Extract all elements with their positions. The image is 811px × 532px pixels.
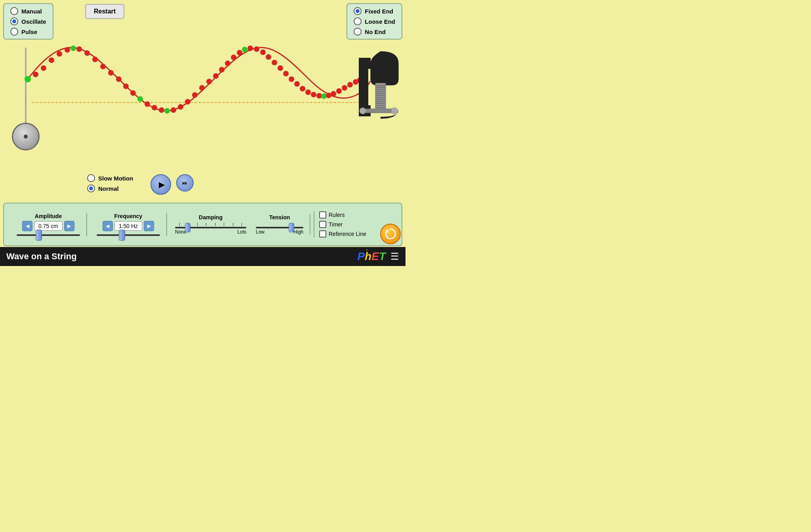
svg-point-44 [321, 93, 327, 99]
svg-point-26 [219, 67, 225, 72]
svg-rect-59 [375, 93, 386, 94]
svg-point-33 [260, 49, 266, 55]
normal-label: Normal [98, 185, 119, 192]
timer-label: Timer [329, 221, 343, 228]
svg-point-36 [278, 65, 283, 71]
normal-radio[interactable] [87, 184, 95, 192]
svg-point-23 [199, 85, 205, 91]
svg-point-7 [84, 50, 90, 56]
svg-rect-64 [375, 103, 386, 104]
reference-line-option[interactable]: Reference Line [319, 230, 366, 238]
svg-point-20 [178, 104, 183, 110]
svg-point-0 [33, 72, 38, 77]
tension-slider-thumb[interactable] [289, 223, 294, 232]
svg-point-19 [171, 107, 176, 113]
svg-point-1 [41, 65, 46, 71]
damping-none-label: None [175, 229, 187, 235]
svg-point-10 [108, 70, 114, 76]
phet-t: T [379, 250, 386, 262]
svg-point-6 [76, 46, 82, 52]
svg-point-28 [231, 55, 236, 60]
svg-point-42 [311, 92, 316, 97]
reset-icon [384, 228, 397, 240]
amplitude-decrease-button[interactable]: ◀ [22, 221, 32, 231]
wave-display [24, 40, 380, 119]
svg-rect-67 [363, 109, 394, 113]
svg-rect-60 [375, 95, 386, 96]
svg-rect-57 [375, 89, 386, 90]
frequency-label: Frequency [114, 213, 143, 219]
timer-option[interactable]: Timer [319, 221, 366, 228]
svg-point-11 [116, 76, 122, 82]
svg-point-40 [300, 86, 305, 91]
svg-point-41 [305, 89, 311, 95]
frequency-value: 1.50 Hz [114, 221, 142, 231]
damping-lots-label: Lots [237, 229, 246, 235]
amplitude-section: Amplitude ◀ 0.75 cm ▶ [10, 213, 87, 236]
slow-motion-radio[interactable] [87, 174, 95, 182]
extras-section: Rulers Timer Reference Line [314, 211, 371, 238]
svg-point-2 [49, 57, 54, 63]
phet-h: h↑ [365, 250, 371, 262]
svg-rect-62 [375, 99, 386, 100]
slow-motion-label: Slow Motion [98, 175, 133, 182]
svg-point-22 [192, 92, 198, 98]
timer-checkbox[interactable] [319, 221, 326, 228]
rulers-checkbox[interactable] [319, 211, 326, 218]
damping-slider-track [175, 227, 246, 228]
tension-section: Tension Low High [251, 214, 310, 235]
rulers-option[interactable]: Rulers [319, 211, 366, 218]
svg-point-38 [289, 76, 294, 82]
svg-point-5 [70, 46, 76, 51]
svg-point-53 [25, 76, 31, 82]
slow-motion-option[interactable]: Slow Motion [87, 174, 133, 182]
rulers-label: Rulers [329, 212, 345, 218]
svg-point-24 [206, 79, 212, 84]
amplitude-increase-button[interactable]: ▶ [64, 221, 74, 231]
frequency-section: Frequency ◀ 1.50 Hz ▶ [90, 213, 167, 236]
svg-point-45 [326, 93, 331, 98]
amplitude-slider-thumb[interactable] [36, 230, 42, 241]
svg-point-30 [242, 47, 247, 52]
amplitude-slider-track [17, 234, 80, 236]
tension-label: Tension [269, 214, 290, 220]
step-icon: ⏭ [182, 180, 188, 186]
svg-point-47 [336, 88, 342, 94]
svg-rect-66 [375, 107, 386, 108]
play-button[interactable]: ▶ [150, 174, 171, 195]
svg-point-9 [100, 64, 106, 69]
reset-button[interactable] [380, 224, 401, 244]
svg-rect-63 [375, 101, 386, 102]
frequency-increase-button[interactable]: ▶ [144, 221, 154, 231]
oscillator-wheel[interactable] [12, 123, 40, 150]
svg-point-34 [266, 54, 271, 60]
reference-line-checkbox[interactable] [319, 230, 326, 238]
svg-point-25 [213, 73, 219, 79]
damping-section: Damping None Lots [170, 214, 251, 235]
svg-point-18 [164, 108, 170, 114]
phet-e: E [371, 250, 379, 262]
tension-low-label: Low [256, 229, 265, 235]
app-title: Wave on a String [6, 251, 77, 262]
svg-rect-61 [375, 97, 386, 98]
svg-point-29 [237, 50, 242, 55]
frequency-slider-thumb[interactable] [119, 230, 125, 241]
phet-logo: Ph↑ET ☰ [357, 250, 399, 263]
step-button[interactable]: ⏭ [176, 174, 194, 192]
svg-rect-56 [375, 87, 386, 88]
oscillator-dot [24, 135, 28, 139]
tension-slider-track [256, 227, 303, 228]
play-icon: ▶ [159, 180, 165, 189]
clamp [359, 48, 402, 127]
damping-slider-thumb[interactable] [185, 223, 190, 232]
frequency-slider-row [97, 234, 160, 236]
frequency-decrease-button[interactable]: ◀ [103, 221, 113, 231]
svg-point-43 [316, 93, 322, 99]
svg-point-3 [57, 51, 62, 57]
svg-point-68 [360, 108, 366, 114]
bottom-bar: Wave on a String Ph↑ET ☰ [0, 247, 406, 266]
menu-icon[interactable]: ☰ [390, 251, 399, 262]
normal-speed-option[interactable]: Normal [87, 184, 133, 192]
svg-point-49 [347, 82, 353, 87]
svg-point-13 [130, 90, 136, 96]
